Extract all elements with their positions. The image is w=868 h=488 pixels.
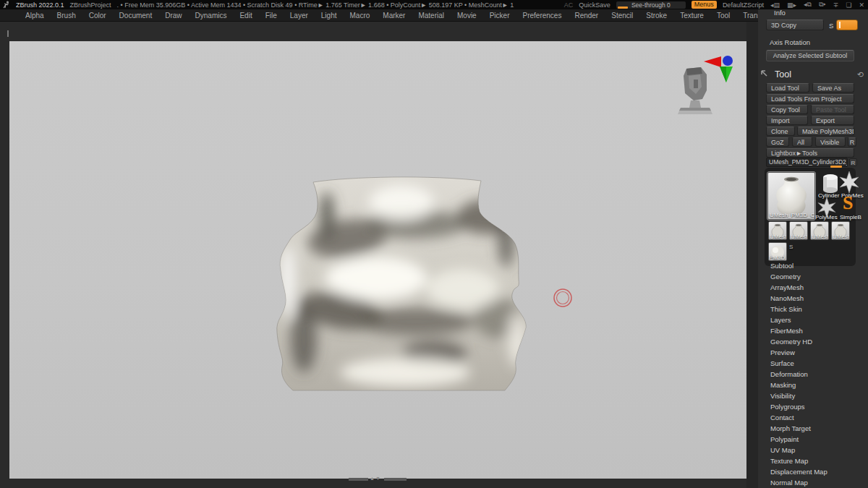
clone-button[interactable]: Clone (766, 127, 795, 136)
menu-item[interactable]: Texture (673, 9, 710, 22)
menu-item[interactable]: Brush (51, 9, 82, 22)
subpalette-header[interactable]: Normal Map (758, 477, 868, 488)
menu-item[interactable]: Stroke (639, 9, 673, 22)
goz-r-button[interactable]: R (848, 137, 856, 147)
menu-item[interactable]: Movie (451, 9, 483, 22)
lightbox-tools-button[interactable]: Lightbox►Tools (766, 148, 854, 158)
see-through-slider[interactable]: See-through 0 (616, 1, 686, 9)
all-button[interactable]: All (792, 137, 812, 147)
menu-item[interactable]: Picker (483, 9, 516, 22)
menu-item[interactable]: Color (82, 9, 113, 22)
make-polymesh3d-button[interactable]: Make PolyMesh3D (797, 127, 854, 136)
subpalette-header[interactable]: Preview (758, 347, 868, 358)
thumbnail-label: UMesh_ (833, 234, 850, 240)
bottom-divider-bar-left[interactable] (349, 478, 368, 481)
umesh-thumbnail[interactable]: UMesh_ (789, 221, 808, 240)
export-button[interactable]: Export (811, 116, 854, 125)
subpalette-header[interactable]: Masking (758, 380, 868, 390)
subpalette-header[interactable]: ArrayMesh (758, 282, 868, 293)
umesh-thumbnail[interactable]: UMesh_ (831, 221, 850, 240)
menu-item[interactable]: Draw (158, 9, 188, 22)
menu-item[interactable]: Light (315, 9, 344, 22)
subpalette-header[interactable]: Deformation (758, 369, 868, 380)
thumbnail-label: PolyMes (815, 214, 838, 221)
project-name: ZBrushProject (70, 1, 111, 9)
polymesh-star-thumbnail[interactable] (840, 171, 859, 194)
subpalette-header[interactable]: Morph Target (758, 423, 868, 434)
app-title: ZBrush 2022.0.1 (16, 1, 64, 9)
zbrush-window: ZBrush 2022.0.1 ZBrushProject . • Free M… (0, 0, 868, 488)
menu-item[interactable]: Macro (344, 9, 377, 22)
paste-tool-button: Paste Tool (811, 105, 854, 114)
goz-button[interactable]: GoZ (766, 137, 789, 147)
menu-item[interactable]: Render (568, 9, 605, 22)
import-button[interactable]: Import (766, 116, 808, 125)
menus-button[interactable]: Menus (692, 1, 717, 9)
minimize-icon[interactable]: ∓ (833, 1, 840, 9)
subpalette-header[interactable]: Layers (758, 314, 868, 325)
analyze-selected-subtool-button[interactable]: Analyze Selected Subtool (766, 50, 854, 61)
document-canvas[interactable] (9, 41, 746, 479)
quicksave-button[interactable]: QuickSave (579, 1, 610, 9)
3d-copy-button[interactable]: 3D Copy (766, 20, 824, 30)
menu-item[interactable]: Material (412, 9, 451, 22)
thumbnail-label: UMesh_ (791, 234, 808, 240)
ac-label: AC (564, 1, 574, 9)
left-tray-toggle-icon[interactable]: ◂▤ (770, 1, 780, 9)
pm3d-thumbnail[interactable]: PM3D_C (768, 242, 787, 261)
bottom-divider-arrows[interactable]: ▲▼ (370, 476, 381, 481)
prev-document-icon[interactable]: ◂⧉ (803, 1, 812, 9)
default-zscript-button[interactable]: DefaultZScript (723, 1, 764, 9)
axis-rotation-label[interactable]: Axis Rotation (770, 38, 810, 46)
menu-item[interactable]: Marker (376, 9, 412, 22)
tool-r-button[interactable]: R (849, 158, 857, 166)
menu-item[interactable]: Edit (233, 9, 258, 22)
see-through-label: See-through 0 (631, 1, 671, 9)
menu-item[interactable]: Layer (284, 9, 315, 22)
subpalette-header[interactable]: Geometry (758, 271, 868, 282)
right-tray-toggle-icon[interactable]: ▦▸ (786, 1, 797, 9)
visible-button[interactable]: Visible (815, 137, 846, 147)
save-as-button[interactable]: Save As (812, 83, 854, 93)
selected-tool-thumbnail[interactable]: UMesh_PM3D_C (767, 172, 815, 220)
load-tool-button[interactable]: Load Tool (766, 83, 809, 93)
tool-palette-header[interactable]: Tool ⟲ (758, 67, 868, 82)
menu-item[interactable]: Stencil (605, 9, 639, 22)
palette-reset-icon[interactable]: ⟲ (857, 70, 864, 80)
axis-gizmo[interactable] (704, 56, 733, 82)
menu-item[interactable]: Preferences (516, 9, 568, 22)
thumbnail-label: SimpleB (840, 214, 861, 221)
menu-item[interactable]: Alpha (19, 9, 51, 22)
subpalette-header[interactable]: Visibility (758, 390, 868, 401)
close-icon[interactable]: ✕ (858, 1, 865, 9)
subpalette-header[interactable]: Thick Skin (758, 304, 868, 314)
copy-slider[interactable] (836, 20, 858, 30)
subpalette-header[interactable]: Surface (758, 358, 868, 369)
subpalette-header[interactable]: UV Map (758, 445, 868, 455)
copy-tool-button[interactable]: Copy Tool (766, 105, 808, 114)
right-tray-divider[interactable]: ◂▸ (746, 22, 758, 488)
subpalette-header[interactable]: FiberMesh (758, 325, 868, 336)
subpalette-header[interactable]: Texture Map (758, 455, 868, 466)
subpalette-header[interactable]: NanoMesh (758, 293, 868, 304)
subpalette-header[interactable]: Displacement Map (758, 466, 868, 477)
subpalette-header[interactable]: Geometry HD (758, 336, 868, 347)
subpalette-header[interactable]: Subtool (758, 260, 868, 271)
umesh-thumbnail[interactable]: UMesh_ (810, 221, 829, 240)
umesh-thumbnail[interactable]: UMesh_ (768, 221, 787, 240)
menu-item[interactable]: File (259, 9, 284, 22)
info-section-label[interactable]: Info (774, 9, 786, 17)
tool-palette-title: Tool (775, 69, 791, 80)
subpalette-header[interactable]: Polypaint (758, 434, 868, 445)
load-tools-from-project-button[interactable]: Load Tools From Project (766, 94, 854, 103)
simplebrush-thumbnail[interactable]: S (843, 192, 853, 214)
restore-icon[interactable]: ❏ (845, 1, 852, 9)
subpalette-header[interactable]: Contact (758, 412, 868, 423)
menu-item[interactable]: Dynamics (189, 9, 234, 22)
see-through-fill (618, 7, 628, 9)
next-document-icon[interactable]: ⧉▸ (818, 1, 827, 9)
bottom-divider-bar-right[interactable] (384, 478, 407, 481)
menu-item[interactable]: Document (113, 9, 159, 22)
subpalette-header[interactable]: Polygroups (758, 401, 868, 412)
menu-item[interactable]: Tool (710, 9, 736, 22)
